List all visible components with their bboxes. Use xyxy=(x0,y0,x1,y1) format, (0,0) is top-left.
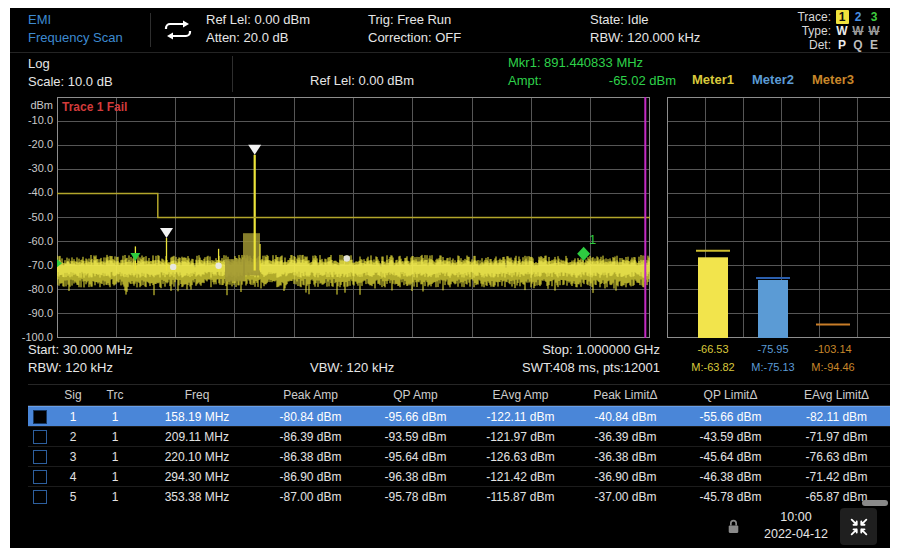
checkbox-cell xyxy=(28,410,52,424)
limit-fail-flag: Trace 1 Fail xyxy=(62,100,127,114)
y-axis-unit: dBm xyxy=(10,99,53,111)
column-header: Sig xyxy=(52,388,94,402)
table-cell: -82.11 dBm xyxy=(783,410,890,424)
table-row[interactable]: 21209.11 MHz-86.39 dBm-93.59 dBm-121.97 … xyxy=(28,426,890,446)
det-3-value: E xyxy=(868,38,881,52)
taskbar: ? 10:00 2022-04-12 xyxy=(10,506,890,548)
legend-label-trace: Trace: xyxy=(797,10,831,24)
det-2-selector[interactable]: Q xyxy=(850,38,866,52)
lock-icon xyxy=(726,518,741,538)
ref-atten-block[interactable]: Ref Lel: 0.00 dBm Atten: 20.0 dB xyxy=(206,11,310,47)
trig-value: Trig: Free Run xyxy=(368,11,461,29)
row-checkbox[interactable] xyxy=(33,450,47,464)
table-cell: -95.66 dBm xyxy=(363,410,468,424)
state-value: State: Idle xyxy=(590,11,700,29)
meter3-label[interactable]: Meter3 xyxy=(801,72,865,87)
meter3-value: -103.14 xyxy=(801,343,865,355)
meter3-max-value: M:-94.46 xyxy=(801,361,865,373)
row-checkbox[interactable] xyxy=(33,470,47,484)
trace-2-selector[interactable]: 2 xyxy=(850,10,866,24)
meter1-bar xyxy=(698,257,728,338)
table-cell: -71.42 dBm xyxy=(783,470,890,484)
column-header: Freq xyxy=(136,388,258,402)
table-row[interactable]: 51353.38 MHz-87.00 dBm-95.78 dBm-115.87 … xyxy=(28,486,890,506)
det-3-selector[interactable]: E xyxy=(866,38,882,52)
mode-name: EMI xyxy=(28,11,123,29)
table-cell: -36.38 dBm xyxy=(573,450,678,464)
det-1-selector[interactable]: P xyxy=(834,38,850,52)
type-2-selector[interactable]: W xyxy=(850,24,866,38)
atten-value: Atten: 20.0 dB xyxy=(206,29,310,47)
continuous-sweep-icon[interactable] xyxy=(160,18,196,45)
table-cell: -36.39 dBm xyxy=(573,430,678,444)
trace-legend: Trace:123Type:WWWDet:PQE xyxy=(797,10,882,52)
table-cell: 353.38 MHz xyxy=(136,490,258,504)
ref-level-value: Ref Lel: 0.00 dBm xyxy=(206,11,310,29)
y-tick-label: -80.0 xyxy=(10,283,53,295)
meter2-label[interactable]: Meter2 xyxy=(741,72,805,87)
table-cell: -43.59 dBm xyxy=(678,430,783,444)
collapse-button[interactable] xyxy=(840,508,877,545)
peak-marker-dot xyxy=(170,264,176,270)
table-cell: 2 xyxy=(52,430,94,444)
type-1-selector[interactable]: W xyxy=(834,24,850,38)
legend-label-type: Type: xyxy=(802,24,831,38)
marker-freq: Mkr1: 891.440833 MHz xyxy=(508,54,676,72)
column-header: QP Amp xyxy=(363,388,468,402)
divider xyxy=(232,56,233,92)
legend-row-type: Type:WWW xyxy=(797,24,882,38)
marker1-number: 1 xyxy=(589,232,596,247)
type-1-value: W xyxy=(836,24,849,38)
table-cell: -95.64 dBm xyxy=(363,450,468,464)
scale-block[interactable]: Log Scale: 10.0 dB xyxy=(28,55,113,91)
table-row[interactable]: 31220.10 MHz-86.38 dBm-95.64 dBm-126.63 … xyxy=(28,446,890,466)
scale-type: Log xyxy=(28,55,113,73)
stop-freq[interactable]: Stop: 1.000000 GHz xyxy=(470,341,660,359)
table-cell: -36.90 dBm xyxy=(573,470,678,484)
table-cell: 1 xyxy=(94,430,136,444)
y-tick-label: -30.0 xyxy=(10,162,53,174)
meter1-label[interactable]: Meter1 xyxy=(681,72,745,87)
subheader-bar: Log Scale: 10.0 dB Ref Lel: 0.00 dBm Mkr… xyxy=(10,53,890,95)
table-row[interactable]: 11158.19 MHz-80.84 dBm-95.66 dBm-122.11 … xyxy=(28,406,890,426)
row-checkbox[interactable] xyxy=(33,490,47,504)
column-header: QP LimitΔ xyxy=(678,388,783,402)
spectrum-plot[interactable]: 1 xyxy=(57,97,650,338)
table-cell: -122.11 dBm xyxy=(468,410,573,424)
table-cell: -80.84 dBm xyxy=(258,410,363,424)
marker-readout: Mkr1: 891.440833 MHz Ampt: -65.02 dBm xyxy=(508,54,676,90)
table-cell: -86.39 dBm xyxy=(258,430,363,444)
table-cell: -55.66 dBm xyxy=(678,410,783,424)
divider xyxy=(150,13,151,47)
column-header: EAvg LimitΔ xyxy=(783,388,890,402)
vbw-readout[interactable]: VBW: 120 kHz xyxy=(310,359,394,377)
y-tick-label: -40.0 xyxy=(10,186,53,198)
trace-3-selector[interactable]: 3 xyxy=(866,10,882,24)
trig-block[interactable]: Trig: Free Run Correction: OFF xyxy=(368,11,461,47)
y-tick-label: -50.0 xyxy=(10,211,53,223)
table-cell: 5 xyxy=(52,490,94,504)
meter1-value: -66.53 xyxy=(681,343,745,355)
checkbox-cell xyxy=(28,490,52,504)
clock: 10:00 2022-04-12 xyxy=(746,509,846,543)
table-cell: -93.59 dBm xyxy=(363,430,468,444)
table-row[interactable]: 41294.30 MHz-86.90 dBm-96.38 dBm-121.42 … xyxy=(28,466,890,486)
start-freq[interactable]: Start: 30.000 MHz xyxy=(28,341,133,359)
column-header: Trc xyxy=(94,388,136,402)
type-3-selector[interactable]: W xyxy=(866,24,882,38)
table-cell: -86.90 dBm xyxy=(258,470,363,484)
trace-1-selector[interactable]: 1 xyxy=(834,10,850,24)
mode-label[interactable]: EMI Frequency Scan xyxy=(28,11,123,47)
row-checkbox[interactable] xyxy=(33,410,47,424)
y-tick-label: -10.0 xyxy=(10,114,53,126)
table-cell: 220.10 MHz xyxy=(136,450,258,464)
table-cell: -37.00 dBm xyxy=(573,490,678,504)
table-cell: 3 xyxy=(52,450,94,464)
state-block: State: Idle RBW: 120.000 kHz xyxy=(590,11,700,47)
trace-1-value: 1 xyxy=(836,10,849,24)
rbw-readout[interactable]: RBW: 120 kHz xyxy=(28,359,113,377)
type-3-value: W xyxy=(868,24,881,38)
row-checkbox[interactable] xyxy=(33,430,47,444)
ref-level-2: Ref Lel: 0.00 dBm xyxy=(310,72,414,90)
table-cell: -126.63 dBm xyxy=(468,450,573,464)
